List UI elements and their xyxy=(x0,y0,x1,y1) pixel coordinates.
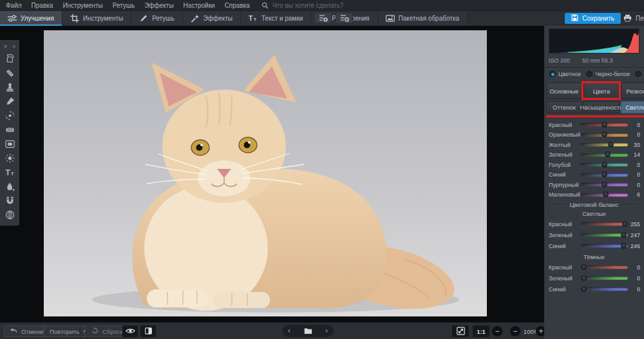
close-icon[interactable]: × xyxy=(4,43,7,50)
slider-knob[interactable] xyxy=(581,275,587,281)
slider-knob[interactable] xyxy=(601,162,607,168)
slider-track[interactable] xyxy=(581,163,628,166)
panel-subtab-оттенок[interactable]: Оттенок xyxy=(546,101,582,113)
add-preset-button[interactable] xyxy=(314,12,332,24)
radio-icon xyxy=(586,71,592,77)
zoom-out-button-2[interactable]: − xyxy=(510,326,520,336)
fill-color-tool[interactable] xyxy=(2,179,17,193)
menu-item-правка[interactable]: Правка xyxy=(32,2,53,9)
toolbar-tab-улучшения[interactable]: Улучшения xyxy=(0,11,62,26)
mode-цветное[interactable]: Цветное xyxy=(549,71,581,77)
slider-track[interactable] xyxy=(581,133,628,137)
slider-track[interactable] xyxy=(581,193,628,197)
slider-track[interactable] xyxy=(581,143,628,146)
prev-arrow-icon[interactable]: ‹ xyxy=(288,327,290,334)
slider-label: Зеленый xyxy=(549,275,581,282)
slider-track[interactable] xyxy=(581,276,628,280)
slider-knob[interactable] xyxy=(603,191,609,197)
brightness-local-tool[interactable] xyxy=(2,151,17,165)
mode-черно-белое[interactable]: Черно-белое xyxy=(586,71,630,77)
collapse-icon[interactable]: « xyxy=(12,43,15,50)
menu-item-эффекты[interactable]: Эффекты xyxy=(144,2,173,9)
clone-stamp-tool[interactable] xyxy=(2,80,17,94)
red-eye-tool[interactable] xyxy=(2,108,17,122)
menu-item-ретушь[interactable]: Ретушь xyxy=(113,2,135,9)
slider-track[interactable] xyxy=(581,153,628,157)
open-folder-icon[interactable] xyxy=(304,327,312,334)
vignette-tool[interactable] xyxy=(2,137,17,151)
batch-icon xyxy=(386,14,395,23)
slider-knob[interactable] xyxy=(601,122,607,128)
slider-knob[interactable] xyxy=(601,171,607,177)
slider-value: 0 xyxy=(628,264,640,271)
mode-label: Цветное xyxy=(558,71,581,77)
slider-label: Красный xyxy=(549,221,581,228)
slider-track[interactable] xyxy=(581,287,628,291)
magnet-selection-tool[interactable] xyxy=(2,193,17,208)
slider-track[interactable] xyxy=(581,222,628,226)
bottom-bar: Отменить Повторить Сбросить ‹ › xyxy=(0,322,544,339)
teeth-whitening-icon xyxy=(5,125,15,135)
undo-icon xyxy=(10,327,18,335)
image-navigator: ‹ › xyxy=(282,325,334,337)
panel-subtab-насыщенность[interactable]: Насыщенность xyxy=(583,101,620,113)
slider-knob[interactable] xyxy=(621,232,627,238)
slider-track[interactable] xyxy=(581,123,628,126)
svg-text:т: т xyxy=(11,170,14,177)
slider-knob[interactable] xyxy=(581,286,587,292)
toolbar-tab-инструменты[interactable]: Инструменты xyxy=(62,11,131,26)
menu-item-справка[interactable]: Справка xyxy=(225,2,250,9)
toolbar-tab-текст-и-рамки[interactable]: TтТекст и рамки xyxy=(241,11,311,26)
slider-track[interactable] xyxy=(581,173,628,177)
slider-knob[interactable] xyxy=(608,142,614,148)
rotate-crop-tool[interactable] xyxy=(2,52,17,66)
before-after-compare-button[interactable] xyxy=(140,325,156,337)
print-button[interactable]: Печать xyxy=(623,13,644,24)
zoom-actual-button[interactable]: 1:1 xyxy=(473,325,489,337)
healing-patch-tool[interactable] xyxy=(2,66,17,80)
toolbar-tab-ретушь[interactable]: Ретушь xyxy=(131,11,182,26)
mode-негатив[interactable]: Негатив xyxy=(635,71,644,77)
exif-lens: 50 mm f/6.3 xyxy=(582,57,613,64)
global-search[interactable]: Что вы хотите сделать? xyxy=(261,2,344,9)
menu-item-файл[interactable]: Файл xyxy=(6,2,22,9)
slider-track[interactable] xyxy=(581,183,628,186)
slider-label: Синий xyxy=(549,171,581,178)
slider-knob[interactable] xyxy=(605,151,611,157)
slider-knob[interactable] xyxy=(622,221,628,227)
slider-value: 14 xyxy=(628,151,640,158)
slider-knob[interactable] xyxy=(601,131,607,137)
crop-icon xyxy=(70,14,79,23)
next-arrow-icon[interactable]: › xyxy=(325,327,328,334)
toolbar-tab-label: Ретушь xyxy=(152,15,174,22)
slider-track[interactable] xyxy=(581,266,628,269)
slider-track[interactable] xyxy=(581,244,628,247)
menu-item-инструменты[interactable]: Инструменты xyxy=(62,2,102,9)
slider-knob[interactable] xyxy=(581,264,587,270)
slider-row-красный: Красный255 xyxy=(544,218,644,229)
process-history-button[interactable] xyxy=(336,12,353,24)
teeth-whitening-tool[interactable] xyxy=(2,122,17,137)
menu-item-настройки[interactable]: Настройки xyxy=(184,2,215,9)
panel-tab-резкость[interactable]: Резкость xyxy=(621,82,644,99)
text-tool-tool[interactable]: Tт xyxy=(2,165,17,179)
panel-subtab-светлота[interactable]: Светлота xyxy=(621,101,644,113)
slider-knob[interactable] xyxy=(621,243,627,249)
balance-group-title-тёмные: Тёмные xyxy=(544,254,644,260)
slider-value: 0 xyxy=(628,182,640,188)
distortion-tool[interactable] xyxy=(2,208,17,222)
slider-knob[interactable] xyxy=(601,182,607,188)
panel-tab-основные[interactable]: Основные xyxy=(546,82,582,99)
toolbar-tab-эффекты[interactable]: Эффекты xyxy=(183,11,241,26)
brush-tool[interactable] xyxy=(2,94,17,108)
slider-row-красный: Красный0 xyxy=(544,262,644,273)
slider-label: Пурпурный xyxy=(549,182,581,188)
preview-eye-button[interactable] xyxy=(122,325,138,337)
fit-screen-button[interactable] xyxy=(452,325,469,337)
toolbar-tab-пакетная-обработка[interactable]: Пакетная обработка xyxy=(378,11,468,26)
zoom-out-button[interactable]: − xyxy=(492,326,502,336)
slider-track[interactable] xyxy=(581,233,628,237)
save-button[interactable]: Сохранить xyxy=(565,13,621,24)
cat-photo[interactable] xyxy=(44,30,487,316)
canvas-area: × « Tт xyxy=(0,26,544,322)
